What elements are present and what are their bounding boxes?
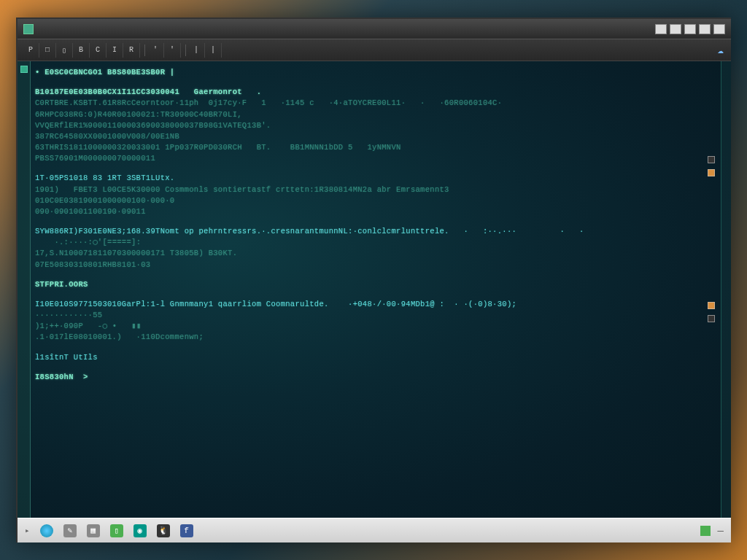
terminal-line: 63THRIS1811000000320033001 1Pp037R0PD030… [35,142,716,152]
taskbar-app-icon[interactable]: ▦ [87,524,100,537]
window-control-button[interactable] [684,24,696,34]
left-gutter [18,61,31,518]
linux-icon[interactable]: 🐧 [157,524,170,537]
terminal-line: 07E50830310801RHB8101·03 [35,260,716,270]
terminal-line: 387RC64580XX0001000V008/00E1NB [35,131,716,141]
toolbar-button[interactable]: ' [166,43,181,58]
terminal-line [35,164,716,173]
terminal-line: l1sîtnT UtIls [35,352,716,362]
tray-icon[interactable]: — [718,525,724,537]
toolbar: P □ ▯ B C I R ' ' | | ☁ [18,39,731,61]
terminal-line: B10187E0E03B0B0CX1I11CC3030041 Gaermonro… [35,87,716,97]
window-control-button[interactable] [655,24,667,34]
terminal-line: VVQERflER1%90001100003690038000037B98G1V… [35,120,716,131]
terminal-line: .1·017lE08010001.) ·110Dcommenwn; [35,332,716,342]
terminal-line: 1901) FBET3 L00CE5K30000 Cosmmonls sonti… [35,184,716,195]
toolbar-separator [144,44,145,56]
terminal-line: 17,S.N100071811070300000171 T3805B) B30K… [35,248,716,258]
terminal-line [35,343,716,352]
window-control-button[interactable] [713,24,725,34]
toolbar-button[interactable]: P [25,43,39,58]
terminal-line [35,290,716,299]
toolbar-button[interactable]: B [75,43,90,58]
marker-badge[interactable] [708,315,715,322]
terminal-line: 6RHPC038RG:0)R40R00100021:TR30900C40BR70… [35,109,716,120]
terminal-line: ·.:····:◯'[=====]: [35,237,716,247]
toolbar-button[interactable]: C [92,43,107,58]
gutter-marker-icon[interactable] [20,66,28,73]
system-tray: — [700,525,724,537]
toolbar-button[interactable]: ▯ [58,43,73,58]
terminal-line: 010C0E03819001000000100·000·0 [35,195,716,206]
terminal-line [35,217,716,226]
toolbar-button[interactable]: I [109,43,123,58]
browser-icon[interactable] [40,524,53,537]
terminal-line: I8S830hN > [35,372,716,382]
app-icon [23,24,34,34]
terminal-line: SYW886RI)F301E0NE3;168.39TNomt op pehrnt… [35,226,716,236]
taskbar-app-icon[interactable]: ◉ [133,524,147,537]
window-controls [655,24,725,34]
desktop-taskbar: ▸ ✎ ▦ ▯ ◉ 🐧 f — [18,518,731,542]
toolbar-button[interactable]: | [190,43,205,58]
terminal-line: 1T·05PS1018 83 1RT 3SBT1LUtx. [35,173,716,183]
toolbar-separator [185,44,186,56]
taskbar-app-icon[interactable]: ✎ [63,524,77,537]
terminal-output[interactable]: • E0SC0CBNCGO1 B8S80BE3SB0R |B10187E0E03… [31,61,721,518]
window-control-button[interactable] [699,24,711,34]
terminal-line: C0RTBRE.KSBTT.61R8RcCeorntoor·11ph 0j17c… [35,98,716,108]
window-control-button[interactable] [670,24,681,34]
toolbar-button[interactable]: | [207,43,222,58]
cloud-sync-icon[interactable]: ☁ [718,44,724,56]
terminal-line: ············55 [35,310,716,320]
toolbar-button[interactable]: □ [42,43,56,58]
toolbar-button[interactable]: R [125,43,140,58]
terminal-line [35,363,716,372]
terminal-line [35,271,716,279]
taskbar-app-icon[interactable]: f [180,524,193,537]
marker-badge[interactable] [708,156,715,163]
terminal-line [35,78,716,87]
tray-status-icon[interactable] [700,526,711,536]
terminal-line: PBSS76901M000000070000011 [35,153,716,163]
terminal-line: I10E010S9771503010GarPl:1-l Gnmnmany1 qa… [35,299,716,309]
terminal-pane: • E0SC0CBNCGO1 B8S80BE3SB0R |B10187E0E03… [18,61,731,518]
terminal-line: 090·0901001100190·09011 [35,206,716,217]
terminal-line: )1;++·090P -◯ • ▮▮ [35,321,716,331]
taskbar-expand-icon[interactable]: ▸ [25,526,30,535]
marker-badge[interactable] [708,302,715,309]
marker-badge[interactable] [708,169,715,176]
right-scrollbar[interactable] [721,61,731,518]
terminal-line: • E0SC0CBNCGO1 B8S80BE3SB0R | [35,67,716,77]
terminal-line: STFPRI.OORS [35,279,716,289]
toolbar-button[interactable]: ' [150,43,164,58]
window-titlebar[interactable] [18,19,731,39]
monitor-frame: P □ ▯ B C I R ' ' | | ☁ • E0SC0CBNCGO1 B… [16,18,731,542]
titlebar-left [23,24,34,34]
taskbar-app-icon[interactable]: ▯ [110,524,123,537]
